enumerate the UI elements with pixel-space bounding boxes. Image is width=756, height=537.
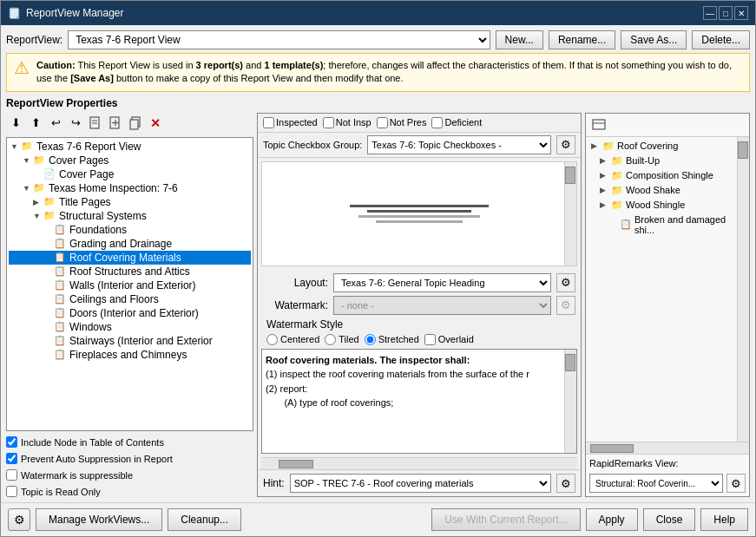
include-node-row: Include Node in Table of Contents <box>6 436 253 448</box>
text-line-3: (2) report: <box>266 382 559 396</box>
tree-item-title-pages[interactable]: ▶ 📁 Title Pages <box>9 195 251 209</box>
radio-tiled[interactable] <box>325 334 336 345</box>
add-doc-btn[interactable] <box>106 115 125 132</box>
not-pres-checkbox[interactable] <box>377 117 388 128</box>
add-page-btn[interactable] <box>86 115 105 132</box>
tree-item-grading[interactable]: 📋 Grading and Drainage <box>9 237 251 251</box>
folder-icon: 📁 <box>611 185 623 196</box>
folder-icon: 📁 <box>33 182 45 193</box>
delete-button[interactable]: Delete... <box>692 30 750 49</box>
move-down-btn[interactable]: ⬇ <box>6 115 25 132</box>
title-bar: 🗒️ ReportView Manager — □ ✕ <box>1 1 755 25</box>
new-button[interactable]: New... <box>496 30 543 49</box>
deficient-checkbox[interactable] <box>431 117 443 128</box>
topic-group-gear[interactable]: ⚙ <box>556 135 575 154</box>
right-tree-broken[interactable]: 📋 Broken and damaged shi... <box>588 213 732 237</box>
tree-container[interactable]: ▼ 📁 Texas 7-6 Report View ▼ 📁 Cover Page… <box>6 137 253 431</box>
inspected-label: Inspected <box>276 117 318 128</box>
topic-read-only-checkbox[interactable] <box>6 486 17 497</box>
watermark-suppressible-label: Watermark is suppressible <box>21 470 133 481</box>
tree-item-cover-page[interactable]: 📄 Cover Page <box>9 167 251 181</box>
radio-stretched-text: Stretched <box>378 334 419 344</box>
right-h-scrollbar-thumb <box>590 444 634 453</box>
undo-btn[interactable]: ↩ <box>46 115 65 132</box>
include-node-checkbox[interactable] <box>6 436 17 448</box>
tree-item-walls[interactable]: 📋 Walls (Interior and Exterior) <box>9 278 251 292</box>
radio-centered[interactable] <box>266 334 278 345</box>
right-scrollbar[interactable] <box>737 137 749 442</box>
tree-item-fireplaces[interactable]: 📋 Fireplaces and Chimneys <box>9 348 251 362</box>
preview-scrollbar[interactable] <box>564 162 576 265</box>
tree-item-roof-struct[interactable]: 📋 Roof Structures and Attics <box>9 265 251 278</box>
copy-btn[interactable] <box>126 115 145 132</box>
watermark-select[interactable]: - none - <box>333 296 551 315</box>
watermark-gear[interactable]: ⚙ <box>556 296 575 315</box>
close-window-button[interactable]: Close <box>643 508 696 531</box>
not-insp-checkbox[interactable] <box>323 117 334 128</box>
close-button[interactable]: ✕ <box>734 6 748 20</box>
tree-item-tx-home[interactable]: ▼ 📁 Texas Home Inspection: 7-6 <box>9 181 251 195</box>
right-tree-wood-shake[interactable]: ▶ 📁 Wood Shake <box>588 183 732 198</box>
doc-icon: 📋 <box>54 238 66 249</box>
tree-item-cover-pages[interactable]: ▼ 📁 Cover Pages <box>9 154 251 167</box>
not-pres-checkbox-label: Not Pres <box>377 117 427 128</box>
tree-item-root[interactable]: ▼ 📁 Texas 7-6 Report View <box>9 140 251 154</box>
maximize-button[interactable]: □ <box>719 6 733 20</box>
checkbox-overlaid[interactable] <box>424 334 436 345</box>
cleanup-button[interactable]: Cleanup... <box>168 508 241 531</box>
rapid-gear[interactable]: ⚙ <box>726 474 746 493</box>
prevent-auto-label: Prevent Auto Suppression in Report <box>21 454 173 464</box>
prevent-auto-checkbox[interactable] <box>6 453 17 464</box>
tree-item-windows[interactable]: 📋 Windows <box>9 320 251 334</box>
tree-item-structural[interactable]: ▼ 📁 Structural Systems <box>9 209 251 223</box>
h-scrollbar-thumb <box>279 460 313 468</box>
h-scrollbar[interactable] <box>261 457 577 469</box>
redo-btn[interactable]: ↪ <box>66 115 85 132</box>
help-button[interactable]: Help <box>700 508 748 531</box>
doc-icon: 📋 <box>54 307 66 318</box>
hint-select[interactable]: SOP - TREC 7-6 - Roof covering materials <box>290 474 551 493</box>
hint-gear[interactable]: ⚙ <box>556 474 575 493</box>
preview-line-3 <box>358 215 480 218</box>
text-scrollbar[interactable] <box>564 350 576 453</box>
rename-button[interactable]: Rename... <box>549 30 615 49</box>
tree-item-stairways[interactable]: 📋 Stairways (Interior and Exterior <box>9 334 251 348</box>
tree-item-ceilings[interactable]: 📋 Ceilings and Floors <box>9 292 251 306</box>
manage-workviews-gear[interactable]: ⚙ <box>8 508 30 531</box>
apply-button[interactable]: Apply <box>586 508 638 531</box>
tree-item-roof-covering[interactable]: 📋 Roof Covering Materials <box>9 251 251 265</box>
manage-workviews-button[interactable]: Manage WorkViews... <box>36 508 162 531</box>
tree-item-foundations[interactable]: 📋 Foundations <box>9 223 251 237</box>
radio-tiled-text: Tiled <box>339 334 358 344</box>
move-up-btn[interactable]: ⬆ <box>26 115 45 132</box>
expand-icon: ▼ <box>23 184 31 193</box>
minimize-button[interactable]: — <box>703 6 717 20</box>
preview-scrollbar-thumb <box>565 167 575 184</box>
use-with-current-button[interactable]: Use With Current Report... <box>431 508 580 531</box>
topic-group-select[interactable]: Texas 7-6: Topic Checkboxes - <box>367 135 551 154</box>
window-title: ReportView Manager <box>26 7 124 19</box>
inspected-checkbox[interactable] <box>263 117 274 128</box>
report-view-select[interactable]: Texas 7-6 Report View <box>68 30 490 49</box>
right-h-scrollbar[interactable] <box>586 442 749 454</box>
expand-icon: ▶ <box>591 141 600 150</box>
right-toolbar-btn[interactable] <box>589 116 608 134</box>
watermark-suppressible-checkbox[interactable] <box>6 469 17 481</box>
doc-icon: 📋 <box>54 279 66 291</box>
right-tree-built-up[interactable]: ▶ 📁 Built-Up <box>588 154 732 168</box>
save-as-button[interactable]: Save As... <box>621 30 687 49</box>
right-tree[interactable]: ▶ 📁 Roof Covering ▶ 📁 Built-Up ▶ 📁 <box>586 137 749 239</box>
rapid-select[interactable]: Structural: Roof Coverin... <box>589 474 723 493</box>
right-tree-comp-shingle[interactable]: ▶ 📁 Composition Shingle <box>588 168 732 183</box>
radio-stretched[interactable] <box>365 334 376 345</box>
folder-icon: 📁 <box>43 210 56 221</box>
topic-text-area[interactable]: Roof covering materials. The inspector s… <box>262 350 576 453</box>
tree-item-doors[interactable]: 📋 Doors (Interior and Exterior) <box>9 306 251 320</box>
layout-select[interactable]: Texas 7-6: General Topic Heading <box>333 273 551 292</box>
page-icon: 📄 <box>43 168 56 180</box>
tree-label: Texas 7-6 Report View <box>36 141 141 153</box>
right-tree-wood-shingle[interactable]: ▶ 📁 Wood Shingle <box>588 198 732 213</box>
delete-tree-btn[interactable]: ✕ <box>146 115 165 132</box>
layout-gear[interactable]: ⚙ <box>556 273 575 292</box>
right-tree-roof-covering[interactable]: ▶ 📁 Roof Covering <box>588 139 732 154</box>
